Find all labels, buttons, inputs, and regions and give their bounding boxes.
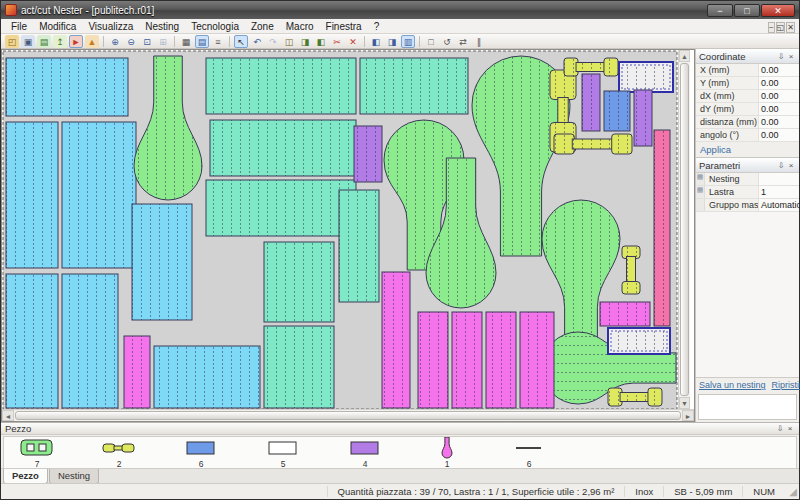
- vertical-scroll-thumb[interactable]: [680, 63, 689, 396]
- tab-nesting[interactable]: Nesting: [49, 469, 99, 484]
- menu-item-zone[interactable]: Zone: [245, 20, 280, 33]
- nested-piece-magenta[interactable]: [486, 312, 516, 408]
- piece-thumbnail[interactable]: 2: [100, 437, 138, 469]
- menu-item-file[interactable]: File: [5, 20, 33, 33]
- pin-icon[interactable]: ⇩: [775, 424, 785, 433]
- piece-shape-bottle[interactable]: [429, 437, 465, 459]
- piece-thumbnail[interactable]: 6: [510, 437, 548, 469]
- nested-piece-teal[interactable]: [206, 180, 356, 236]
- vertical-scrollbar[interactable]: ▲ ▼: [678, 50, 690, 409]
- coordinate-value[interactable]: 0.00: [759, 116, 799, 128]
- nested-piece-teal[interactable]: [264, 326, 334, 408]
- piece-shape-rect[interactable]: [183, 437, 219, 459]
- close-button[interactable]: ✕: [761, 4, 795, 17]
- nested-piece-purple[interactable]: [582, 74, 600, 131]
- minimize-button[interactable]: −: [707, 4, 733, 17]
- nesting-canvas[interactable]: [2, 50, 678, 412]
- pin-icon[interactable]: ⇩: [776, 161, 786, 170]
- parametri-value[interactable]: 1: [759, 186, 799, 198]
- cut-piece-icon[interactable]: ✂: [330, 35, 344, 48]
- piece-thumbnail[interactable]: 4: [346, 437, 384, 469]
- navigate-nesting-icon[interactable]: ►: [69, 35, 83, 48]
- piece-thumbnail[interactable]: 1: [428, 437, 466, 469]
- coordinate-value[interactable]: 0.00: [759, 129, 799, 141]
- nested-piece-magenta[interactable]: [382, 272, 410, 408]
- nested-piece-purple[interactable]: [634, 90, 652, 146]
- nested-piece-cyan[interactable]: [62, 274, 118, 408]
- piece-thumbnail[interactable]: 5: [264, 437, 302, 469]
- insert-piece-icon[interactable]: ◧: [314, 35, 328, 48]
- parametri-value[interactable]: Automatico: [759, 199, 799, 211]
- align-grid-icon[interactable]: ▥: [401, 35, 415, 48]
- nested-piece-magenta[interactable]: [520, 312, 554, 408]
- nested-piece-teal[interactable]: [339, 190, 379, 302]
- nested-piece-cyan[interactable]: [6, 274, 58, 408]
- piece-shape-line[interactable]: [511, 437, 547, 459]
- nested-piece-teal[interactable]: [206, 58, 356, 114]
- scroll-left-arrow[interactable]: ◄: [2, 410, 14, 421]
- nested-piece-cyan[interactable]: [62, 122, 136, 268]
- import-part-icon[interactable]: ↥: [53, 35, 67, 48]
- zoom-in-icon[interactable]: ⊕: [108, 35, 122, 48]
- paste-piece-icon[interactable]: ◨: [298, 35, 312, 48]
- nested-piece-teal[interactable]: [264, 242, 334, 322]
- menu-item-visualizza[interactable]: Visualizza: [82, 20, 139, 33]
- coordinate-value[interactable]: 0.00: [759, 90, 799, 102]
- align-center-icon[interactable]: ◨: [385, 35, 399, 48]
- menu-item-macro[interactable]: Macro: [280, 20, 320, 33]
- close-icon[interactable]: ×: [786, 161, 796, 170]
- nested-piece-pink[interactable]: [654, 130, 670, 326]
- nested-piece-magenta[interactable]: [452, 312, 482, 408]
- resize-grip[interactable]: ◢: [785, 486, 799, 497]
- zoom-out-icon[interactable]: ⊖: [124, 35, 138, 48]
- tab-pezzo[interactable]: Pezzo: [3, 469, 48, 484]
- piece-shape-glasses[interactable]: [101, 437, 137, 459]
- nested-piece-cyan[interactable]: [154, 346, 260, 408]
- coordinate-value[interactable]: 0.00: [759, 64, 799, 76]
- mdi-minimize-button[interactable]: −: [768, 22, 775, 33]
- undo-icon[interactable]: ↶: [250, 35, 264, 48]
- nested-piece-magenta[interactable]: [600, 302, 650, 326]
- horizontal-scroll-thumb[interactable]: [15, 411, 681, 420]
- list-view-icon[interactable]: ▤: [195, 35, 209, 48]
- scroll-down-arrow[interactable]: ▼: [679, 397, 690, 409]
- menu-item-tecnologia[interactable]: Tecnologia: [185, 20, 245, 33]
- menu-item-?[interactable]: ?: [368, 20, 386, 33]
- piece-shape-rect[interactable]: [265, 437, 301, 459]
- mirror-shape-icon[interactable]: ⇄: [456, 35, 470, 48]
- save-icon[interactable]: ▣: [21, 35, 35, 48]
- nested-piece-cyan[interactable]: [132, 204, 192, 320]
- coordinate-value[interactable]: 0.00: [759, 77, 799, 89]
- open-icon[interactable]: ◰: [5, 35, 19, 48]
- align-left-icon[interactable]: ◧: [369, 35, 383, 48]
- technology-tool-icon[interactable]: ▲: [85, 35, 99, 48]
- close-icon[interactable]: ×: [786, 52, 796, 61]
- menu-item-finestra[interactable]: Finestra: [320, 20, 368, 33]
- selected-piece[interactable]: [608, 328, 670, 354]
- parametri-value[interactable]: [759, 173, 799, 185]
- zoom-fit-icon[interactable]: ⊡: [140, 35, 154, 48]
- horizontal-scrollbar[interactable]: ◄ ►: [2, 409, 694, 421]
- select-tool-icon[interactable]: ↖: [234, 35, 248, 48]
- piece-shape-rect[interactable]: [347, 437, 383, 459]
- close-icon[interactable]: ×: [785, 424, 795, 433]
- piece-thumbnail[interactable]: 6: [182, 437, 220, 469]
- selected-piece[interactable]: [619, 62, 673, 92]
- nested-piece-magenta[interactable]: [124, 336, 150, 408]
- copy-piece-icon[interactable]: ◫: [282, 35, 296, 48]
- menu-item-nesting[interactable]: Nesting: [139, 20, 185, 33]
- scroll-right-arrow[interactable]: ►: [682, 410, 694, 421]
- coordinate-value[interactable]: 0.00: [759, 103, 799, 115]
- export-image-icon[interactable]: ▤: [37, 35, 51, 48]
- piece-thumbnail[interactable]: 7: [18, 437, 56, 469]
- maximize-button[interactable]: □: [734, 4, 760, 17]
- nested-piece-magenta[interactable]: [418, 312, 448, 408]
- grid-view-icon[interactable]: ▦: [179, 35, 193, 48]
- mdi-close-button[interactable]: ✕: [786, 22, 795, 33]
- nested-piece-blue[interactable]: [604, 91, 630, 131]
- nested-piece-cyan[interactable]: [6, 58, 128, 116]
- sort-list-icon[interactable]: ≡: [211, 35, 225, 48]
- nested-piece-purple[interactable]: [354, 126, 382, 182]
- piece-shape-plug[interactable]: [19, 437, 55, 459]
- nested-piece-cyan[interactable]: [6, 122, 58, 268]
